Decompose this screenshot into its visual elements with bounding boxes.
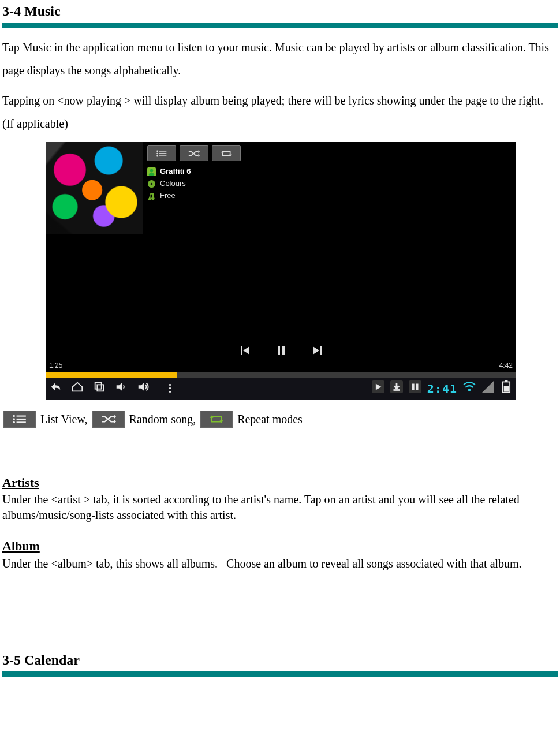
system-nav-bar: 2:41 [46,378,516,400]
album-name: Colours [160,179,186,189]
svg-marker-44 [114,420,115,424]
svg-rect-31 [416,383,418,390]
intro-paragraph-1: Tap Music in the application menu to lis… [2,36,558,82]
svg-rect-30 [412,383,414,390]
battery-icon[interactable] [500,380,513,397]
track-row[interactable]: Free [147,191,513,201]
svg-marker-16 [243,346,249,355]
section-heading-calendar: 3-5 Calendar [2,651,558,669]
svg-point-39 [13,418,15,420]
legend-list-label: List View, [40,408,88,431]
svg-rect-17 [278,346,280,355]
legend-shuffle-label: Random song, [129,408,196,431]
album-subheading: Album [2,538,558,555]
now-playing-top: Graffiti 6 Colours Free [46,142,516,234]
svg-marker-7 [199,154,200,157]
playback-controls [46,338,516,361]
music-app-screenshot: Graffiti 6 Colours Free [46,142,516,400]
svg-marker-43 [114,415,115,419]
artists-text: Under the <artist > tab, it is sorted ac… [2,492,558,523]
svg-rect-21 [95,382,102,389]
legend-repeat-icon [200,411,233,428]
volume-up-icon[interactable] [137,380,150,397]
total-time: 4:42 [499,361,513,371]
svg-point-2 [156,152,158,154]
artist-name: Graffiti 6 [160,167,191,177]
previous-button[interactable] [240,344,251,359]
svg-rect-5 [159,155,167,156]
svg-rect-38 [17,415,26,416]
download-indicator-icon[interactable] [390,380,403,397]
svg-rect-15 [241,346,242,355]
svg-rect-42 [17,421,26,423]
track-name: Free [160,191,176,201]
elapsed-time: 1:25 [49,361,62,371]
progress-bar[interactable] [46,372,516,378]
svg-marker-33 [481,380,494,393]
list-view-button[interactable] [147,145,176,161]
artists-subheading: Artists [2,475,558,491]
svg-point-37 [13,415,15,417]
teal-divider [2,23,558,28]
teal-divider-2 [2,671,558,677]
album-row[interactable]: Colours [147,179,513,189]
section-heading-music: 3-4 Music [2,2,558,20]
svg-marker-24 [139,382,144,391]
svg-point-41 [13,421,15,423]
svg-rect-1 [159,151,167,152]
legend-shuffle-icon [92,411,125,428]
artist-icon [147,167,156,176]
next-button[interactable] [312,344,322,359]
svg-point-14 [151,183,153,185]
system-clock[interactable]: 2:41 [427,381,457,396]
svg-rect-36 [504,386,509,392]
svg-point-32 [468,389,471,391]
track-icon [147,192,156,200]
svg-point-4 [156,155,158,157]
svg-marker-20 [313,346,319,355]
icon-legend: List View, Random song, Repeat modes [2,408,558,431]
overflow-menu-icon[interactable] [169,384,171,393]
artist-row[interactable]: Graffiti 6 [147,167,513,177]
svg-point-0 [156,150,158,152]
svg-point-12 [149,173,154,177]
signal-icon[interactable] [481,380,494,397]
legend-list-icon [3,411,36,428]
repeat-button[interactable] [212,145,241,161]
wifi-icon[interactable] [463,380,476,397]
playing-indicator-icon[interactable] [372,380,384,397]
back-icon[interactable] [49,380,62,397]
svg-rect-22 [97,385,103,391]
album-icon [147,180,156,188]
svg-marker-23 [117,382,122,391]
svg-rect-40 [17,419,26,420]
pause-button[interactable] [276,344,286,359]
home-icon[interactable] [71,380,84,397]
svg-rect-18 [282,346,285,355]
svg-rect-28 [393,389,400,391]
album-text: Under the <album> tab, this shows all al… [2,556,558,572]
volume-down-icon[interactable] [115,380,128,397]
svg-rect-3 [159,153,167,154]
legend-repeat-label: Repeat modes [237,408,303,431]
svg-rect-19 [320,346,322,355]
now-playing-empty-area [46,234,516,338]
svg-rect-29 [409,380,421,393]
svg-marker-6 [199,150,200,153]
settings-indicator-icon[interactable] [409,380,421,397]
shuffle-button[interactable] [180,145,208,161]
svg-point-11 [150,169,154,173]
album-art[interactable] [46,142,143,234]
recent-apps-icon[interactable] [93,380,106,397]
intro-paragraph-2: Tapping on <now playing > will display a… [2,89,558,135]
